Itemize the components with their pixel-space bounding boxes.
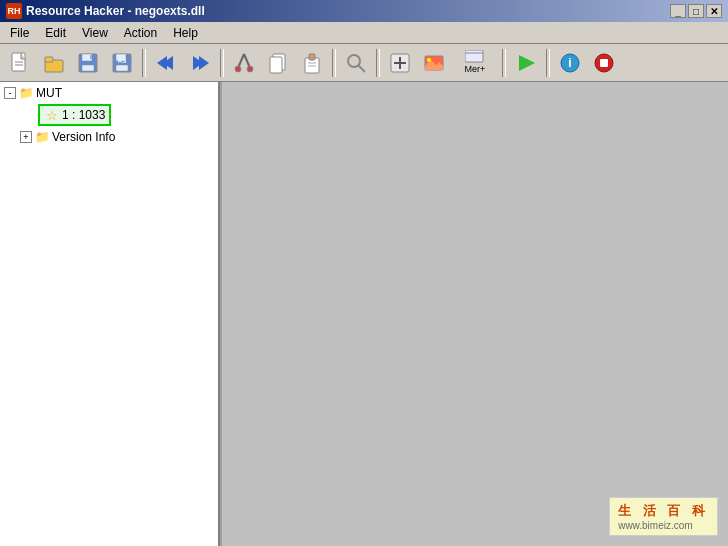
svg-point-19 [235, 66, 241, 72]
svg-marker-14 [157, 56, 167, 70]
svg-text:AS: AS [118, 58, 126, 64]
paste-icon [300, 51, 324, 75]
star-icon: ☆ [44, 107, 60, 123]
maximize-button[interactable]: □ [688, 4, 704, 18]
play-icon [514, 51, 538, 75]
content-panel: 生 活 百 科 www.bimeiz.com [220, 82, 728, 546]
svg-rect-24 [309, 54, 315, 60]
svg-line-28 [358, 65, 365, 72]
tree-label-versioninfo: Version Info [52, 130, 115, 144]
copy-icon [266, 51, 290, 75]
search-icon [344, 51, 368, 75]
watermark-line2: www.bimeiz.com [618, 520, 709, 531]
watermark-line1: 生 活 百 科 [618, 502, 709, 520]
add-icon [388, 51, 412, 75]
separator-2 [220, 49, 224, 77]
saveas-button[interactable]: AS [106, 48, 138, 78]
svg-rect-4 [45, 57, 53, 62]
svg-rect-7 [82, 65, 94, 71]
image-icon [422, 51, 446, 75]
copy-button[interactable] [262, 48, 294, 78]
svg-rect-35 [465, 50, 483, 62]
cut-icon [232, 51, 256, 75]
paste-button[interactable] [296, 48, 328, 78]
forward-icon [188, 51, 212, 75]
tree-label-1033: 1 : 1033 [62, 108, 105, 122]
close-button[interactable]: ✕ [706, 4, 722, 18]
menu-edit[interactable]: Edit [37, 24, 74, 42]
add-button[interactable] [384, 48, 416, 78]
separator-3 [332, 49, 336, 77]
watermark: 生 活 百 科 www.bimeiz.com [609, 497, 718, 536]
open-button[interactable] [38, 48, 70, 78]
title-bar: RH Resource Hacker - negoexts.dll _ □ ✕ [0, 0, 728, 22]
svg-point-34 [427, 58, 431, 62]
svg-text:i: i [568, 56, 571, 70]
image-button[interactable] [418, 48, 450, 78]
tree-item-1033[interactable]: ☆ 1 : 1033 [38, 104, 111, 126]
tree-item-versioninfo[interactable]: + 📁 Version Info [18, 128, 216, 146]
minimize-button[interactable]: _ [670, 4, 686, 18]
svg-marker-37 [519, 55, 535, 71]
folder-icon: 📁 [18, 85, 34, 101]
info-button[interactable]: i [554, 48, 586, 78]
new-icon [8, 51, 32, 75]
cut-button[interactable] [228, 48, 260, 78]
back-button[interactable] [150, 48, 182, 78]
tree-expand-versioninfo[interactable]: + [20, 131, 32, 143]
main-area: - 📁 MUT ☆ 1 : 1033 + 📁 Version Info 生 活 … [0, 82, 728, 546]
svg-rect-41 [600, 59, 608, 67]
app-icon-text: RH [8, 6, 21, 16]
separator-4 [376, 49, 380, 77]
back-icon [154, 51, 178, 75]
separator-5 [502, 49, 506, 77]
forward-button[interactable] [184, 48, 216, 78]
menu-view[interactable]: View [74, 24, 116, 42]
stop-button[interactable] [588, 48, 620, 78]
dialog-merge-button[interactable]: Mer+ [452, 48, 498, 78]
window-title: Resource Hacker - negoexts.dll [26, 4, 670, 18]
tree-panel[interactable]: - 📁 MUT ☆ 1 : 1033 + 📁 Version Info [0, 82, 220, 546]
tree-highlighted-wrapper: ☆ 1 : 1033 [18, 104, 216, 126]
tree-expand-root[interactable]: - [4, 87, 16, 99]
tree-item-root[interactable]: - 📁 MUT [2, 84, 216, 102]
svg-rect-22 [270, 57, 282, 73]
dialog-merge-icon [465, 50, 485, 64]
menu-file[interactable]: File [2, 24, 37, 42]
tree-label-root: MUT [36, 86, 62, 100]
app-icon: RH [6, 3, 22, 19]
svg-point-20 [247, 66, 253, 72]
folder-icon-version: 📁 [34, 129, 50, 145]
svg-rect-11 [116, 65, 128, 71]
menu-help[interactable]: Help [165, 24, 206, 42]
info-icon: i [558, 51, 582, 75]
svg-marker-16 [199, 56, 209, 70]
separator-6 [546, 49, 550, 77]
save-icon [76, 51, 100, 75]
saveas-icon: AS [110, 51, 134, 75]
dialog-merge-label: Mer+ [465, 64, 486, 75]
save-button[interactable] [72, 48, 104, 78]
open-icon [42, 51, 66, 75]
play-button[interactable] [510, 48, 542, 78]
svg-rect-8 [90, 55, 92, 59]
window-controls: _ □ ✕ [670, 4, 722, 18]
separator-1 [142, 49, 146, 77]
toolbar: AS [0, 44, 728, 82]
new-button[interactable] [4, 48, 36, 78]
vertical-separator [220, 82, 222, 546]
menu-action[interactable]: Action [116, 24, 165, 42]
menu-bar: File Edit View Action Help [0, 22, 728, 44]
stop-icon [592, 51, 616, 75]
search-button[interactable] [340, 48, 372, 78]
